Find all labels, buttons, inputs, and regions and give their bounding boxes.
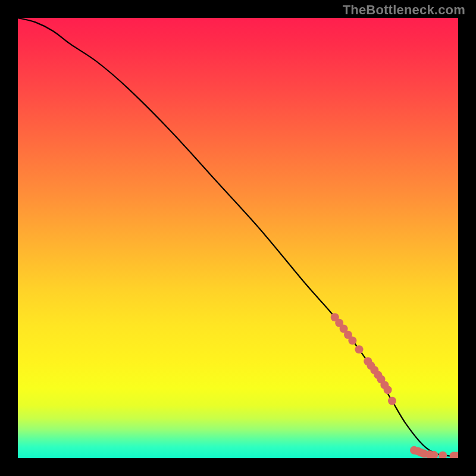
plot-area [18,18,458,458]
highlighted-points-group [331,313,458,458]
chart-svg [18,18,458,458]
watermark-text: TheBottleneck.com [343,2,465,18]
bottleneck-curve [18,18,458,456]
chart-frame: TheBottleneck.com [0,0,476,476]
data-point [355,345,364,353]
data-point [348,336,356,345]
data-point [388,397,396,405]
data-point [439,452,447,458]
data-point [384,386,392,394]
